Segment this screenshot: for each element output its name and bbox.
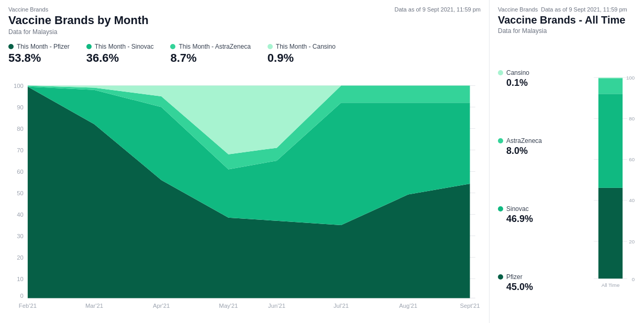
- metric-item: This Month - Sinovac 36.6%: [86, 43, 154, 65]
- svg-text:Jul'21: Jul'21: [334, 303, 349, 309]
- brand-value: 45.0%: [506, 282, 587, 293]
- right-panel: Vaccine Brands Data as of 9 Sept 2021, 1…: [490, 0, 644, 323]
- bar-chart-area: 100 80 60 40 20 0: [594, 45, 636, 317]
- brand-label-text: Cansino: [506, 69, 529, 76]
- metric-label: This Month - Sinovac: [86, 43, 154, 50]
- svg-text:0: 0: [20, 293, 23, 299]
- chart-title-right: Vaccine Brands - All Time: [498, 14, 627, 26]
- metric-label-text: This Month - Pfizer: [17, 43, 70, 50]
- svg-text:Sept'21: Sept'21: [460, 303, 480, 309]
- metric-value: 53.8%: [8, 51, 70, 65]
- svg-text:All Time: All Time: [602, 282, 620, 288]
- brand-label: Cansino: [498, 69, 587, 76]
- brand-dot: [498, 138, 503, 143]
- metric-item: This Month - Pfizer 53.8%: [8, 43, 70, 65]
- brand-value: 0.1%: [506, 77, 587, 88]
- svg-text:80: 80: [17, 126, 24, 132]
- svg-text:100: 100: [626, 75, 635, 81]
- svg-text:Feb'21: Feb'21: [19, 303, 37, 309]
- metrics-row: This Month - Pfizer 53.8% This Month - S…: [8, 43, 481, 65]
- all-time-section: Cansino 0.1% AstraZeneca 8.0% Sinovac 46…: [498, 45, 636, 317]
- metric-label: This Month - Cansino: [268, 43, 336, 50]
- area-chart-svg: 100 90 80 70 60 50 40 30 20 10 0: [8, 70, 481, 317]
- brand-dot: [498, 70, 503, 75]
- brand-list: Cansino 0.1% AstraZeneca 8.0% Sinovac 46…: [498, 45, 587, 317]
- brand-label: Sinovac: [498, 205, 587, 213]
- svg-text:Mar'21: Mar'21: [85, 303, 103, 309]
- pfizer-bar: [598, 188, 623, 279]
- metric-dot: [8, 44, 14, 49]
- svg-text:100: 100: [14, 83, 24, 89]
- metric-label: This Month - AstraZeneca: [170, 43, 250, 50]
- brand-item: Pfizer 45.0%: [498, 273, 587, 293]
- svg-text:80: 80: [629, 116, 635, 121]
- sinovac-bar: [598, 94, 623, 188]
- svg-text:10: 10: [17, 276, 24, 282]
- cansino-bar: [598, 77, 623, 78]
- data-as-of-left: Data as of 9 Sept 2021, 11:59 pm: [394, 6, 481, 13]
- chart-subtitle-left: Data for Malaysia: [8, 28, 149, 36]
- brand-label-text: AstraZeneca: [506, 137, 542, 144]
- data-as-of-right: Data as of 9 Sept 2021, 11:59 pm: [541, 6, 627, 13]
- line-chart-area: 100 90 80 70 60 50 40 30 20 10 0: [8, 70, 481, 317]
- bar-chart-svg: 100 80 60 40 20 0: [594, 45, 636, 317]
- svg-text:90: 90: [17, 104, 24, 110]
- section-label-right: Vaccine Brands: [498, 6, 538, 13]
- svg-text:20: 20: [17, 254, 24, 261]
- metric-item: This Month - Cansino 0.9%: [268, 43, 336, 65]
- svg-text:20: 20: [629, 239, 635, 244]
- metric-item: This Month - AstraZeneca 8.7%: [170, 43, 250, 65]
- svg-text:70: 70: [17, 147, 24, 153]
- svg-text:60: 60: [17, 169, 24, 175]
- svg-text:0: 0: [632, 276, 635, 282]
- brand-label-text: Sinovac: [506, 205, 529, 213]
- metric-dot: [268, 44, 273, 49]
- brand-label: Pfizer: [498, 273, 587, 281]
- chart-subtitle-right: Data for Malaysia: [498, 27, 627, 35]
- svg-text:30: 30: [17, 233, 24, 239]
- brand-dot: [498, 274, 503, 280]
- metric-label-text: This Month - Sinovac: [95, 43, 154, 50]
- svg-text:Apr'21: Apr'21: [153, 303, 170, 309]
- astrazeneca-bar: [598, 78, 623, 94]
- svg-text:60: 60: [629, 157, 635, 162]
- brand-dot: [498, 206, 503, 211]
- svg-text:Aug'21: Aug'21: [399, 303, 417, 309]
- chart-title-left: Vaccine Brands by Month: [8, 14, 149, 27]
- metric-dot: [170, 44, 175, 49]
- svg-text:May'21: May'21: [219, 303, 238, 309]
- svg-text:40: 40: [629, 197, 635, 203]
- svg-text:Jun'21: Jun'21: [268, 303, 285, 309]
- metric-label-text: This Month - Cansino: [276, 43, 336, 50]
- brand-value: 46.9%: [506, 214, 587, 225]
- section-label-left: Vaccine Brands: [8, 6, 149, 13]
- metric-value: 8.7%: [170, 51, 250, 65]
- svg-text:50: 50: [17, 190, 24, 196]
- metric-label: This Month - Pfizer: [8, 43, 70, 50]
- metric-value: 0.9%: [268, 51, 336, 65]
- brand-item: Sinovac 46.9%: [498, 205, 587, 225]
- metric-dot: [86, 44, 92, 49]
- brand-label: AstraZeneca: [498, 137, 587, 144]
- brand-item: AstraZeneca 8.0%: [498, 137, 587, 157]
- metric-label-text: This Month - AstraZeneca: [179, 43, 250, 50]
- svg-text:40: 40: [17, 211, 24, 218]
- brand-value: 8.0%: [506, 146, 587, 157]
- brand-label-text: Pfizer: [506, 273, 523, 281]
- left-panel: Vaccine Brands Vaccine Brands by Month D…: [0, 0, 490, 323]
- brand-item: Cansino 0.1%: [498, 69, 587, 88]
- metric-value: 36.6%: [86, 51, 154, 65]
